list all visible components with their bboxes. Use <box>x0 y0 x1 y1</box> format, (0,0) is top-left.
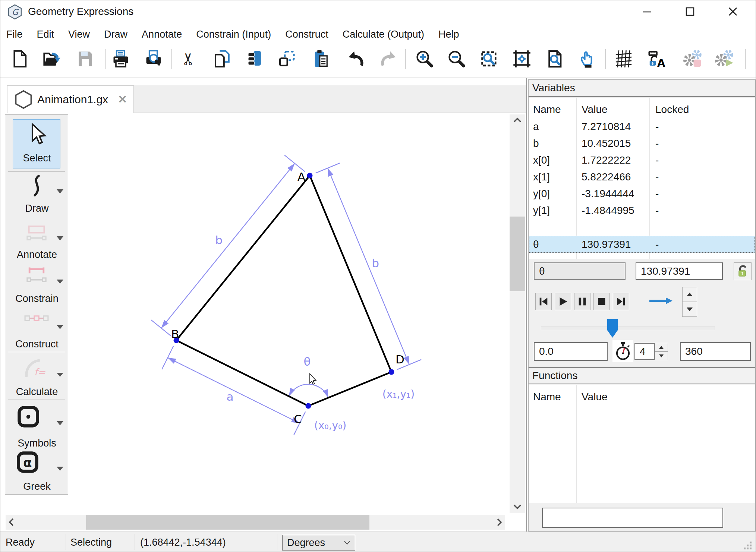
vertex-label-c[interactable]: C <box>294 412 302 426</box>
open-file-icon[interactable] <box>41 48 62 70</box>
var-locked[interactable]: - <box>655 154 659 166</box>
maximize-button[interactable] <box>679 4 701 19</box>
var-name[interactable]: y[1] <box>533 205 550 217</box>
interval-down-button[interactable] <box>655 351 668 360</box>
menu-construct[interactable]: Construct <box>285 29 328 40</box>
var-name[interactable]: x[1] <box>533 171 550 183</box>
tool-annotate-dropdown-icon[interactable] <box>57 236 63 240</box>
paste-icon[interactable] <box>311 48 331 70</box>
var-name[interactable]: y[0] <box>533 188 550 200</box>
vertex-label-a[interactable]: A <box>297 170 305 183</box>
new-document-icon[interactable] <box>9 48 30 70</box>
tool-construct-label[interactable]: Construct <box>5 338 69 350</box>
direction-arrow-icon[interactable] <box>649 296 673 306</box>
tab-close-icon[interactable]: ✕ <box>118 93 127 106</box>
var-locked[interactable]: - <box>655 171 659 183</box>
side-label-ab[interactable]: b <box>215 233 223 247</box>
save-icon[interactable] <box>75 48 96 70</box>
tool-calculate-label[interactable]: Calculate <box>5 386 69 398</box>
animation-value-field[interactable]: 130.97391 <box>636 262 723 280</box>
tool-greek-icon[interactable]: α <box>16 450 40 474</box>
animation-slider-track[interactable] <box>541 327 715 330</box>
redo-icon[interactable] <box>378 48 399 70</box>
var-value[interactable]: 130.97391 <box>582 239 631 250</box>
var-locked[interactable]: - <box>655 205 659 217</box>
stop-button[interactable] <box>593 293 610 310</box>
var-value[interactable]: -3.1944444 <box>582 188 634 200</box>
functions-table[interactable]: Name Value <box>529 385 755 503</box>
var-value[interactable]: 5.8222466 <box>582 171 631 183</box>
tool-annotate-label[interactable]: Annotate <box>5 249 69 261</box>
menu-file[interactable]: File <box>6 29 23 40</box>
run-settings-icon[interactable] <box>714 48 735 70</box>
minimize-button[interactable] <box>636 4 658 19</box>
tool-symbols-label[interactable]: Symbols <box>5 438 69 449</box>
var-value[interactable]: -1.4844995 <box>582 205 634 217</box>
pan-icon[interactable] <box>577 48 598 70</box>
skip-start-button[interactable] <box>535 293 552 310</box>
selected-variable-row[interactable] <box>529 236 755 253</box>
copy-as-bitmap-icon[interactable] <box>244 48 265 70</box>
scroll-right-icon[interactable] <box>497 518 502 528</box>
coordinate-label-c[interactable]: (x₀,y₀) <box>314 419 346 432</box>
var-locked[interactable]: - <box>655 188 659 200</box>
tool-symbols-dropdown-icon[interactable] <box>57 421 63 425</box>
play-button[interactable] <box>555 293 571 310</box>
speed-up-button[interactable] <box>682 287 697 302</box>
menu-draw[interactable]: Draw <box>104 29 127 40</box>
animation-slider-pin[interactable] <box>607 318 618 338</box>
tool-symbols-icon[interactable] <box>16 405 40 429</box>
tool-annotate-icon[interactable] <box>25 225 48 242</box>
print-icon[interactable] <box>110 48 131 70</box>
vscroll-thumb[interactable] <box>510 217 525 291</box>
tool-greek-dropdown-icon[interactable] <box>57 467 63 471</box>
scroll-up-icon[interactable] <box>513 117 522 124</box>
var-value[interactable]: 7.2710814 <box>582 121 631 133</box>
scroll-down-icon[interactable] <box>513 504 522 511</box>
tab-animation1[interactable]: Animation1.gx ✕ <box>7 85 134 113</box>
undo-icon[interactable] <box>346 48 366 70</box>
scroll-left-icon[interactable] <box>9 518 14 528</box>
lock-text-icon[interactable]: A <box>645 48 666 70</box>
var-name[interactable]: a <box>533 121 539 133</box>
interval-up-button[interactable] <box>655 343 668 351</box>
side-label-ad[interactable]: b <box>372 256 379 270</box>
tool-select[interactable]: Select <box>13 119 60 168</box>
side-label-bc[interactable]: a <box>227 390 234 403</box>
animation-variable-field[interactable]: θ <box>534 262 626 280</box>
animation-start-field[interactable]: 0.0 <box>534 342 608 361</box>
tool-construct-dropdown-icon[interactable] <box>57 325 63 329</box>
pause-button[interactable] <box>574 293 590 310</box>
variables-table[interactable]: Name Value Locked a 7.2710814 - b 10.452… <box>529 98 755 259</box>
tool-construct-icon[interactable] <box>24 313 49 324</box>
var-name[interactable]: x[0] <box>533 154 550 166</box>
menu-annotate[interactable]: Annotate <box>142 29 182 40</box>
zoom-page-icon[interactable] <box>544 48 565 70</box>
vertex-label-d[interactable]: D <box>396 353 404 366</box>
cut-icon[interactable]: ✂ <box>179 48 200 70</box>
function-input[interactable] <box>542 508 723 528</box>
tool-greek-label[interactable]: Greek <box>5 481 69 492</box>
menu-edit[interactable]: Edit <box>37 29 54 40</box>
menu-constrain[interactable]: Constrain (Input) <box>196 29 271 40</box>
tool-constrain-dropdown-icon[interactable] <box>57 280 63 284</box>
var-locked[interactable]: - <box>655 121 659 133</box>
tool-constrain-icon[interactable] <box>25 267 48 283</box>
menu-help[interactable]: Help <box>438 29 459 40</box>
resize-grip-icon[interactable] <box>742 540 753 551</box>
var-value[interactable]: 1.7222222 <box>582 154 631 166</box>
menu-view[interactable]: View <box>68 29 90 40</box>
quadrilateral-edges[interactable] <box>176 176 391 406</box>
copy-selection-icon[interactable] <box>276 48 297 70</box>
tool-constrain-label[interactable]: Constrain <box>5 293 69 305</box>
animation-end-field[interactable]: 360 <box>680 342 751 361</box>
angle-label-theta[interactable]: θ <box>304 355 311 368</box>
print-preview-icon[interactable] <box>143 48 164 70</box>
var-name[interactable]: θ <box>533 239 539 250</box>
tool-draw-icon[interactable] <box>26 174 47 198</box>
skip-end-button[interactable] <box>613 293 629 310</box>
hscroll-thumb[interactable] <box>86 515 369 530</box>
tool-calculate-dropdown-icon[interactable] <box>57 373 63 377</box>
animation-interval-field[interactable]: 4 <box>634 343 655 360</box>
zoom-out-icon[interactable] <box>446 48 467 70</box>
